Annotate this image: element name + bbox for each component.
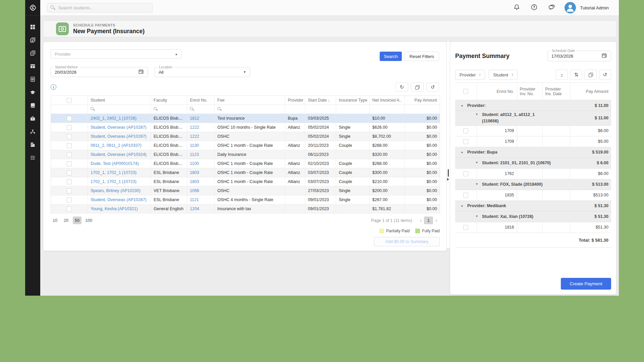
summary-group-row[interactable]: ▾Student: 2101_01, 2101_01 (10670)$ 6.00: [455, 158, 611, 168]
summary-row[interactable]: 1709$5.00: [455, 136, 611, 147]
global-search-input[interactable]: Search students...: [47, 3, 153, 12]
row-checkbox[interactable]: [67, 116, 72, 121]
student-link[interactable]: 0911_2, 0911_2 (AP10337): [91, 143, 142, 148]
reset-filters-button[interactable]: Reset Filters: [405, 52, 439, 61]
column-header-pay-amount[interactable]: Pay Amount: [405, 96, 440, 105]
row-checkbox[interactable]: [67, 152, 72, 157]
enrol-link[interactable]: 1812: [190, 116, 199, 121]
student-link[interactable]: 2402_1, 2402_1 (10726): [91, 116, 137, 121]
sidebar-item-dashboard[interactable]: [25, 20, 40, 34]
table-row[interactable]: 1702_1, 1702_1 (10723)ESL Brisbane1803OS…: [51, 168, 440, 177]
column-header-fee[interactable]: Fee: [215, 96, 285, 105]
page-size-50[interactable]: 50: [73, 217, 82, 224]
student-link[interactable]: Student, Overseas (AP10287): [91, 197, 147, 202]
enrol-link[interactable]: 1204: [190, 206, 199, 211]
student-link[interactable]: 1702_1, 1702_1 (10723): [91, 179, 137, 184]
search-button[interactable]: Search: [380, 52, 402, 61]
summary-group-row[interactable]: ▾Provider: Bupa$ 519.00: [455, 147, 611, 158]
table-row[interactable]: 2402_1, 2402_1 (10726)ELICOS Bisbane1812…: [51, 114, 440, 123]
summary-column-provider-inv-no-[interactable]: Provider Inv. No.: [517, 83, 542, 100]
table-row[interactable]: Dude, Test (AP00010174)ELICOS Bisbane110…: [51, 159, 440, 168]
table-row[interactable]: Young, Kesha (AP10321)General English120…: [51, 204, 440, 214]
column-header-faculty[interactable]: Faculty: [151, 96, 187, 105]
expand-all-button[interactable]: ↕: [556, 70, 568, 80]
collapse-caret-icon[interactable]: ▾: [461, 104, 463, 108]
filter-search-icon[interactable]: [154, 107, 158, 111]
table-row[interactable]: Student, Overseas (AP10287)ELICOS Bisban…: [51, 132, 440, 141]
row-checkbox[interactable]: [67, 134, 72, 139]
copy-button[interactable]: [585, 70, 597, 80]
calendar-icon[interactable]: [601, 53, 607, 59]
summary-row[interactable]: 1816$51.30: [455, 222, 611, 233]
expand-caret-icon[interactable]: ▸: [176, 52, 177, 56]
student-link[interactable]: Dude, Test (AP00010174): [91, 161, 139, 166]
add-to-summary-button[interactable]: Add $0.00 to Summary: [374, 237, 440, 246]
sidebar-item-student-card[interactable]: [25, 34, 40, 47]
enrol-link[interactable]: 1222: [190, 125, 199, 130]
enrol-link[interactable]: 1123: [190, 152, 199, 157]
table-row[interactable]: Student, Overseas (AP10287)ESL Brisbane1…: [51, 195, 440, 204]
column-header-enrol-no-[interactable]: Enrol No.: [187, 96, 215, 105]
table-row[interactable]: Student, Overseas (AP10287)ELICOS Bisban…: [51, 123, 440, 132]
table-row[interactable]: Spears, Britney (AP10230)VET Brisbane105…: [51, 186, 440, 195]
page-size-20[interactable]: 20: [62, 217, 70, 224]
enrol-link[interactable]: 1056: [190, 188, 199, 193]
next-page-icon[interactable]: ›: [435, 218, 437, 223]
chevron-down-icon[interactable]: ▼: [243, 70, 246, 74]
sidebar-item-courses[interactable]: [25, 86, 40, 99]
collapse-caret-icon[interactable]: ▾: [461, 204, 463, 208]
student-link[interactable]: Student, Overseas (AP10287): [91, 134, 147, 139]
student-link[interactable]: Student, Overseas (AP10324): [91, 152, 147, 157]
column-header-net-invoiced-a-[interactable]: Net Invoiced A..: [370, 96, 405, 105]
location-field[interactable]: Location All ▼: [155, 67, 250, 77]
filter-search-icon[interactable]: [190, 107, 194, 111]
row-checkbox[interactable]: [463, 171, 468, 176]
refresh-button[interactable]: ↻: [395, 82, 408, 92]
sidebar-item-book[interactable]: [25, 99, 40, 112]
summary-column-provider-inv-date[interactable]: Provider Inv. Date: [542, 83, 570, 100]
row-checkbox[interactable]: [67, 143, 72, 148]
bell-icon[interactable]: [513, 4, 520, 12]
summary-group-row[interactable]: ▾Provider:$ 11.00: [455, 100, 611, 111]
summary-row[interactable]: 1709$6.00: [455, 125, 611, 136]
enrol-link[interactable]: 1100: [190, 161, 199, 166]
avatar[interactable]: [565, 2, 576, 13]
column-header-start-date[interactable]: Start Date ↓: [305, 96, 336, 105]
sidebar-item-campus[interactable]: [25, 138, 40, 151]
calendar-icon[interactable]: [138, 69, 144, 75]
summary-column-enrol-no-[interactable]: Enrol No.: [477, 83, 517, 100]
row-checkbox[interactable]: [463, 139, 468, 144]
app-logo[interactable]: [25, 0, 40, 16]
table-row[interactable]: 1702_1, 1702_1 (10723)ESL Brisbane1803OS…: [51, 177, 440, 186]
row-checkbox[interactable]: [463, 128, 468, 133]
splitter-handle[interactable]: [448, 169, 449, 177]
sidebar-item-documents[interactable]: [25, 47, 40, 60]
started-before-field[interactable]: Started Before 20/03/2026: [51, 67, 148, 77]
help-icon[interactable]: [531, 4, 538, 12]
row-checkbox[interactable]: [67, 161, 72, 166]
row-checkbox[interactable]: [67, 170, 72, 175]
select-all-checkbox[interactable]: [67, 98, 72, 103]
sidebar-item-agents[interactable]: [25, 125, 40, 138]
sidebar-item-services[interactable]: [25, 112, 40, 125]
collapse-caret-icon[interactable]: ▾: [461, 150, 463, 154]
splitter-collapse-icon[interactable]: [447, 178, 449, 181]
summary-group-row[interactable]: ▾Provider: Medibank$ 51.30: [455, 200, 611, 211]
chat-icon[interactable]: [548, 4, 555, 12]
column-header-insurance-type[interactable]: Insurance Type: [336, 96, 370, 105]
enrol-link[interactable]: 1803: [190, 179, 199, 184]
collapse-caret-icon[interactable]: ▾: [476, 214, 478, 218]
enrol-link[interactable]: 1222: [190, 134, 199, 139]
sort-chip-student[interactable]: Student↑: [489, 70, 518, 80]
sort-chip-provider[interactable]: Provider↑: [455, 70, 485, 80]
history-button[interactable]: ↺: [426, 82, 439, 92]
schedule-date-field[interactable]: Schedule Date 17/03/2026: [547, 51, 611, 61]
collapse-all-button[interactable]: ⇅: [570, 70, 582, 80]
summary-row[interactable]: 1762$6.00: [455, 168, 611, 179]
student-link[interactable]: Spears, Britney (AP10230): [91, 188, 141, 193]
column-header-student[interactable]: Student: [88, 96, 151, 105]
collapse-caret-icon[interactable]: ▾: [476, 112, 478, 116]
enrol-link[interactable]: 1803: [190, 170, 199, 175]
create-payment-button[interactable]: Create Payment: [561, 278, 611, 290]
page-size-10[interactable]: 10: [51, 217, 59, 224]
